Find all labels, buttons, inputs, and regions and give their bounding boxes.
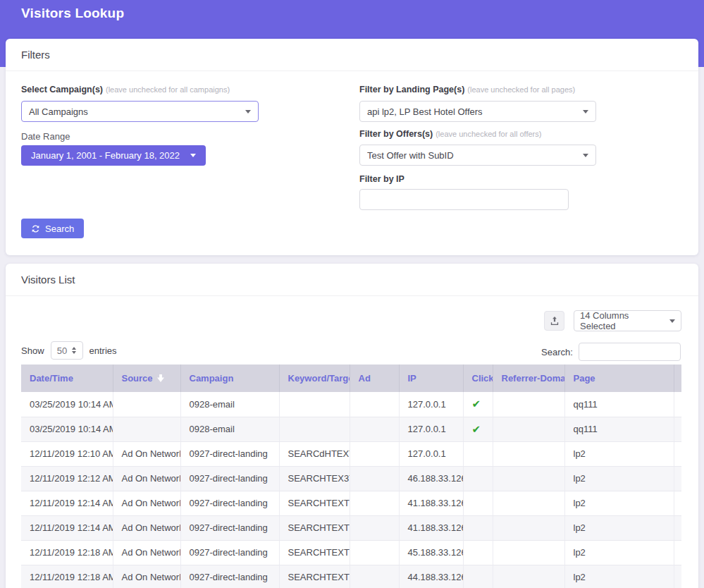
table-cell: 45.188.33.126 (399, 540, 463, 565)
chevron-down-icon (190, 154, 196, 157)
check-icon: ✔ (472, 398, 481, 410)
column-header-keyword-target[interactable]: Keyword/Target (279, 365, 350, 392)
column-header-ip[interactable]: IP (399, 365, 463, 392)
column-header-source[interactable]: Source (113, 365, 180, 392)
table-cell (463, 515, 493, 540)
column-header-referrer-domain[interactable]: Referrer-Domain (493, 365, 564, 392)
table-cell: 46.188.33.126 (399, 466, 463, 491)
table-cell (350, 565, 399, 588)
column-header-label: Date/Time (30, 373, 73, 384)
chevron-down-icon (583, 110, 588, 114)
ip-filter-input[interactable] (359, 189, 569, 210)
table-cell (674, 540, 681, 565)
table-cell: SEARCHTEXT9 (279, 565, 350, 588)
table-cell: 0927-direct-landing (180, 540, 279, 565)
campaign-select-value: All Campaigns (29, 106, 240, 117)
table-cell (493, 466, 564, 491)
search-button-label: Search (45, 223, 74, 234)
table-cell: Ad On Network (113, 540, 180, 565)
columns-selected-dropdown[interactable]: 14 Columns Selected (574, 310, 681, 331)
table-cell: 12/11/2019 12:12 AM (21, 466, 113, 491)
table-cell (674, 491, 681, 515)
table-cell: lp2 (564, 491, 674, 515)
table-cell: 127.0.0.1 (399, 417, 463, 441)
table-cell (463, 565, 493, 588)
offers-select[interactable]: Test Offer with SubID (359, 145, 596, 166)
landing-page-select[interactable]: api lp2, LP Best Hotel Offers (359, 101, 596, 122)
page-title: Visitors Lookup (21, 6, 124, 21)
table-cell: 03/25/2019 10:14 AM (21, 392, 113, 417)
table-cell: 12/11/2019 12:14 AM (21, 515, 113, 540)
table-cell: Ad On Network (113, 466, 180, 491)
chevron-down-icon (669, 319, 675, 323)
table-cell: SEARCHTEXT5 (279, 491, 350, 515)
landing-page-label-note: (leave unchecked for all pages) (467, 85, 575, 94)
column-header-label: Source (122, 373, 153, 384)
visitors-table: Date/TimeSourceCampaignKeyword/TargetAdI… (21, 365, 681, 588)
column-header-click[interactable]: Click (463, 365, 493, 392)
campaign-select[interactable]: All Campaigns (21, 101, 259, 122)
column-header-ad[interactable]: Ad (350, 365, 399, 392)
table-cell: 12/11/2019 12:10 AM (21, 441, 113, 466)
table-cell (463, 441, 493, 466)
table-search-control: Search: (541, 343, 681, 361)
table-cell (463, 466, 493, 491)
ip-filter-label: Filter by IP (359, 174, 405, 184)
column-header-campaign[interactable]: Campaign (180, 365, 279, 392)
table-cell: 12/11/2019 12:18 AM (21, 540, 113, 565)
table-cell: 127.0.0.1 (399, 392, 463, 417)
table-cell (279, 392, 350, 417)
click-cell: ✔ (463, 392, 493, 417)
table-cell: 0927-direct-landing (180, 565, 279, 588)
column-header-date-time[interactable]: Date/Time (21, 365, 113, 392)
table-cell: SEARCHTEXT5 (279, 515, 350, 540)
table-cell: qq111 (564, 417, 674, 441)
visitors-card-title: Visitors List (6, 264, 698, 296)
campaign-label-note: (leave unchecked for all campaigns) (106, 85, 230, 94)
table-cell: lp2 (564, 515, 674, 540)
table-cell: 0927-direct-landing (180, 491, 279, 515)
table-cell (493, 515, 564, 540)
table-search-input[interactable] (579, 343, 681, 361)
table-cell: lp2 (564, 565, 674, 588)
table-cell: 0928-email (180, 392, 279, 417)
column-header-c[interactable]: C (674, 365, 681, 392)
date-range-button[interactable]: January 1, 2001 - February 18, 2022 (21, 145, 206, 166)
landing-page-label: Filter by Landing Page(s)(leave unchecke… (359, 84, 575, 94)
table-cell (350, 441, 399, 466)
table-cell: lp2 (564, 540, 674, 565)
date-range-label: Date Range (21, 131, 70, 142)
offers-label-note: (leave unchecked for all offers) (436, 130, 541, 138)
table-cell: Ad On Network (113, 491, 180, 515)
export-button[interactable] (544, 311, 564, 331)
table-cell (674, 515, 681, 540)
column-header-label: Ad (359, 373, 371, 384)
check-icon: ✔ (472, 423, 481, 435)
column-header-page[interactable]: Page (564, 365, 674, 392)
show-entries-control: Show 50 entries (21, 341, 117, 360)
page-length-select[interactable]: 50 (51, 341, 83, 360)
table-row: 03/25/2019 10:14 AM0928-email127.0.0.1✔q… (21, 392, 681, 417)
table-cell (350, 392, 399, 417)
refresh-icon (31, 224, 40, 233)
page: Visitors Lookup Filters Select Campaign(… (0, 0, 704, 588)
table-cell: SEARCdHTEXT (279, 441, 350, 466)
table-row: 12/11/2019 12:14 AMAd On Network0927-dir… (21, 515, 681, 540)
search-button[interactable]: Search (21, 219, 84, 238)
visitors-list-card: Visitors List 14 Columns Selected Show 5… (6, 264, 698, 588)
offers-select-value: Test Offer with SubID (367, 150, 577, 161)
table-cell: 0927-direct-landing (180, 515, 279, 540)
page-length-value: 50 (57, 345, 67, 356)
column-header-label: Keyword/Target (288, 373, 350, 384)
table-cell (493, 540, 564, 565)
table-cell (463, 540, 493, 565)
table-cell (493, 491, 564, 515)
column-header-label: Referrer-Domain (502, 373, 565, 384)
table-row: 12/11/2019 12:18 AMAd On Network0927-dir… (21, 540, 681, 565)
table-cell: SEARCHTEXT9 (279, 540, 350, 565)
chevron-down-icon (583, 154, 588, 157)
stepper-icon (72, 347, 76, 354)
table-cell: qq111 (564, 392, 674, 417)
table-cell: 0928-email (180, 417, 279, 441)
table-cell (350, 466, 399, 491)
